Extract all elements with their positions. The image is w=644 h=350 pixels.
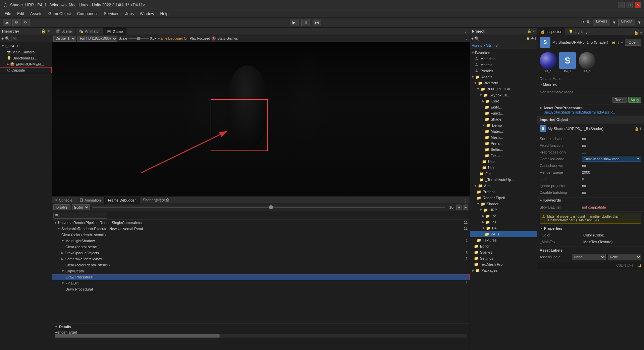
project-skyboxcu[interactable]: ▼ 📁 Skybox Cu...: [470, 92, 537, 98]
project-p4[interactable]: ▼ 📁 P4: [470, 225, 537, 231]
display-select[interactable]: Display 1: [53, 36, 76, 42]
inspector-lock2-icon[interactable]: 🔒: [634, 31, 639, 35]
hierarchy-add-icon[interactable]: +: [1, 36, 4, 41]
project-shader[interactable]: ▼ 📁 Shader: [470, 201, 537, 207]
minimize-button[interactable]: —: [619, 2, 625, 8]
menu-edit[interactable]: Edit: [14, 11, 27, 17]
project-p3[interactable]: ▶ 📁 P3: [470, 219, 537, 225]
project-all-prefabs[interactable]: All Prefabs: [470, 68, 537, 74]
tab-scene[interactable]: 🎬 Scene: [52, 28, 75, 35]
project-scenes[interactable]: 📁 Scenes: [470, 249, 537, 255]
frame-next-button[interactable]: ▶: [463, 205, 468, 210]
project-textures[interactable]: 📁 Textures: [470, 237, 537, 243]
project-user[interactable]: 📁 User: [470, 159, 537, 165]
hierarchy-search-input[interactable]: [11, 36, 57, 41]
toolbar-icon-cloud[interactable]: ☁: [3, 19, 11, 26]
frame-item-3[interactable]: ▼ MainLightShadow 2: [52, 238, 470, 244]
project-star-icon[interactable]: ★: [531, 36, 534, 41]
close-button[interactable]: ✕: [635, 2, 641, 8]
project-p2[interactable]: ▶ 📁 P2: [470, 213, 537, 219]
open-button[interactable]: Open: [625, 39, 641, 46]
menu-window[interactable]: Window: [137, 11, 157, 17]
preprocess-checkbox[interactable]: [582, 150, 586, 154]
tab-game[interactable]: 🎮 Game: [103, 28, 126, 35]
project-arts[interactable]: ▼ 📁 Arts: [470, 183, 537, 189]
project-textu[interactable]: 📁 Textu...: [470, 152, 537, 159]
toolbar-icon-search[interactable]: ⟳: [22, 19, 30, 26]
frame-debugger-search[interactable]: [53, 213, 107, 219]
project-menu-icon[interactable]: ≡: [533, 29, 535, 33]
menu-component[interactable]: Component: [74, 11, 100, 17]
menu-jobs[interactable]: Jobs: [122, 11, 136, 17]
hierarchy-item-env[interactable]: ▶ 📦 ENVIRONMEN...: [0, 61, 52, 67]
frame-item-11[interactable]: Draw Procedural: [52, 286, 470, 292]
tab-shader-ref[interactable]: Shader参考大全: [140, 197, 173, 204]
editor-select[interactable]: Editor: [72, 204, 90, 210]
layout-button[interactable]: Layout: [618, 19, 635, 26]
menu-gameobject[interactable]: GameObject: [46, 11, 73, 17]
inspector-menu-icon[interactable]: ≡: [640, 31, 642, 35]
frame-item-8[interactable]: ▼ CopyDepth: [52, 268, 470, 274]
compiled-code-dropdown[interactable]: Compile and show code ▼: [582, 156, 641, 162]
apply-button[interactable]: Apply: [628, 97, 641, 103]
project-terrainautoup[interactable]: 📁 _TerrainAutoUp...: [470, 177, 537, 183]
project-editor[interactable]: 📁 Edito...: [470, 104, 537, 110]
pause-button[interactable]: ⏸: [301, 19, 310, 26]
hierarchy-item-p4[interactable]: ▼ ⬡ P4_1*: [0, 43, 52, 49]
project-utils[interactable]: 📁 Utils: [470, 165, 537, 171]
scene-menu-icon[interactable]: ⋮: [464, 30, 468, 35]
project-shade[interactable]: 📁 Shade...: [470, 116, 537, 122]
asset-bundle-select[interactable]: None: [572, 254, 606, 260]
project-funct[interactable]: 📁 Funct...: [470, 110, 537, 116]
menu-assets[interactable]: Assets: [28, 11, 45, 17]
project-core[interactable]: ▶ 📁 Core: [470, 98, 537, 104]
disable-button[interactable]: Disable: [53, 204, 70, 210]
menu-help[interactable]: Help: [158, 11, 171, 17]
hierarchy-item-maincam[interactable]: 📷 Main Camera: [0, 49, 52, 55]
project-mater[interactable]: 📁 Mater...: [470, 128, 537, 134]
project-content[interactable]: ★ Favorites All Materials All Models All…: [470, 49, 537, 350]
frame-item-7[interactable]: Clear (color+depth+stencil): [52, 262, 470, 268]
project-boxophobic[interactable]: ▼ 📁 BOXOPHOBIC: [470, 86, 537, 92]
project-all-materials[interactable]: All Materials: [470, 56, 537, 62]
bottom-scrollbar[interactable]: [55, 334, 467, 338]
frame-item-10[interactable]: ▼ FinalBlit 1: [52, 280, 470, 286]
tab-animator[interactable]: 🎭 Animator: [75, 28, 103, 35]
menu-file[interactable]: File: [2, 11, 14, 17]
tab-console[interactable]: ≡ Console: [52, 197, 76, 204]
revert-button[interactable]: Revert: [612, 97, 627, 103]
stats-btn[interactable]: Stats: [217, 37, 225, 40]
toolbar-icon-settings[interactable]: ⚙: [12, 19, 20, 26]
project-settings[interactable]: 📁 Settings: [470, 255, 537, 261]
project-prefabs[interactable]: 📁 Prefabs: [470, 189, 537, 195]
project-demo[interactable]: ▼ 📁 Demo: [470, 122, 537, 128]
project-mesh[interactable]: 📁 Mesh...: [470, 134, 537, 140]
frame-item-4[interactable]: Clear (depth+stencil): [52, 244, 470, 250]
bottom-menu-icon[interactable]: ⋮: [464, 199, 468, 204]
tab-lighting[interactable]: 💡 Lighting: [565, 28, 591, 35]
project-packages[interactable]: ▶ 📁 Packages: [470, 267, 537, 273]
asset-bundle-select2[interactable]: None: [608, 254, 642, 260]
maximize-button[interactable]: □: [627, 2, 633, 8]
project-all-models[interactable]: All Models: [470, 62, 537, 68]
project-urp[interactable]: ▼ 📁 URP: [470, 207, 537, 213]
hierarchy-item-light[interactable]: 💡 Directional Li...: [0, 55, 52, 61]
project-editor2[interactable]: 📁 Editor: [470, 243, 537, 249]
layers-button[interactable]: Layers: [593, 19, 610, 26]
project-add-icon[interactable]: +: [471, 36, 474, 41]
project-render-pipeli[interactable]: 📁 Render Pipeli...: [470, 195, 537, 201]
project-pa1[interactable]: 📁 PA_1: [470, 231, 537, 237]
play-button[interactable]: ▶: [290, 19, 299, 26]
frame-prev-button[interactable]: ◀: [456, 205, 462, 210]
project-assets[interactable]: ▼ 📁 Assets: [470, 74, 537, 80]
resolution-select[interactable]: Full HD (1920x1080): [77, 36, 117, 42]
project-settin[interactable]: 📁 Settin...: [470, 146, 537, 152]
frame-item-5[interactable]: ▶ DrawOpaqueObjects 3: [52, 250, 470, 256]
project-prefa[interactable]: 📁 Prefa...: [470, 140, 537, 146]
tab-inspector[interactable]: 🔒 Inspector: [537, 28, 565, 35]
frame-item-2[interactable]: Clear (color+depth+stencil): [52, 232, 470, 238]
project-search-input[interactable]: [480, 36, 525, 41]
hierarchy-item-capsule[interactable]: ⬡ Capsule: [0, 67, 52, 73]
project-3rdparty[interactable]: ▼ 📁 3rdParty: [470, 80, 537, 86]
frame-item-9[interactable]: Draw Procedural: [52, 274, 470, 280]
